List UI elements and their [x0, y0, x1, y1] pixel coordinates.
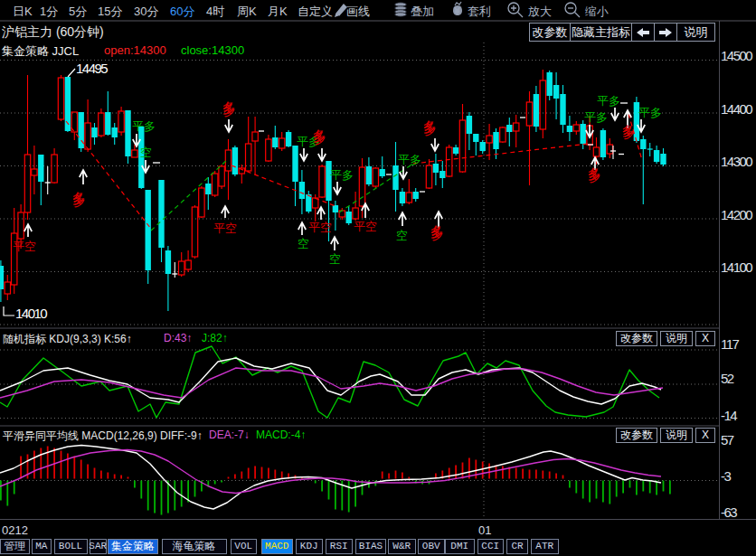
svg-text:多: 多 — [312, 127, 326, 144]
svg-text:多: 多 — [222, 99, 236, 116]
svg-text:多: 多 — [587, 165, 601, 182]
svg-text:平多: 平多 — [597, 94, 620, 108]
svg-text:多: 多 — [621, 123, 635, 138]
svg-text:空: 空 — [298, 237, 309, 250]
svg-text:平空: 平空 — [354, 220, 377, 233]
svg-text:多: 多 — [430, 223, 444, 240]
svg-text:平空: 平空 — [213, 221, 237, 235]
svg-text:空: 空 — [329, 252, 341, 266]
svg-text:多: 多 — [422, 118, 437, 135]
svg-text:空: 空 — [396, 229, 408, 242]
svg-text:多: 多 — [71, 190, 86, 206]
svg-text:空: 空 — [140, 146, 152, 159]
svg-text:平多: 平多 — [398, 153, 421, 166]
svg-text:14010: 14010 — [15, 306, 47, 321]
svg-text:平多: 平多 — [330, 168, 354, 182]
svg-text:平空: 平空 — [308, 221, 332, 234]
svg-text:平空: 平空 — [13, 240, 36, 253]
svg-text:平多: 平多 — [584, 110, 608, 124]
svg-text:平多: 平多 — [132, 119, 156, 133]
svg-text:14495: 14495 — [76, 61, 108, 76]
svg-text:平多: 平多 — [638, 106, 662, 119]
